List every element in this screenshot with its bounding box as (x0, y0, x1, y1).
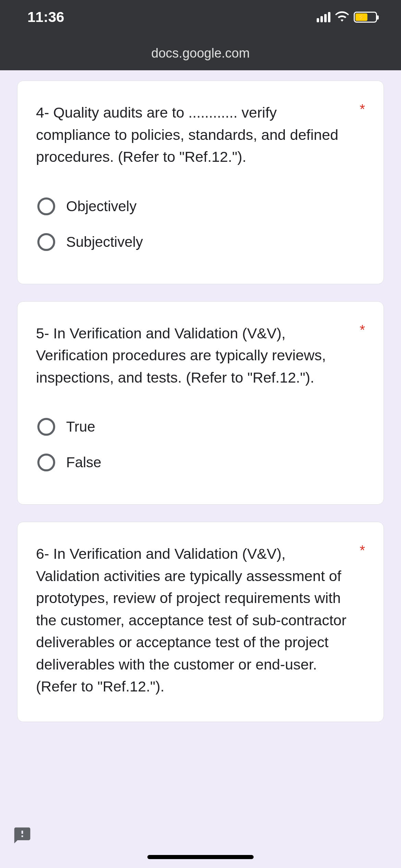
question-header: 6- In Verification and Validation (V&V),… (36, 543, 365, 698)
radio-option-subjectively[interactable]: Subjectively (37, 224, 365, 260)
question-card-4: 4- Quality audits are to ............ ve… (17, 81, 384, 284)
option-label: Subjectively (66, 234, 143, 250)
question-header: 5- In Verification and Validation (V&V),… (36, 322, 365, 389)
required-asterisk-icon: * (360, 543, 365, 558)
form-content: 4- Quality audits are to ............ ve… (0, 70, 401, 722)
status-time: 11:36 (27, 9, 64, 25)
question-text: 5- In Verification and Validation (V&V),… (36, 322, 360, 389)
wifi-icon (335, 11, 349, 23)
radio-unchecked-icon (37, 454, 55, 471)
required-asterisk-icon: * (360, 322, 365, 338)
home-indicator[interactable] (147, 855, 254, 859)
radio-option-true[interactable]: True (37, 409, 365, 445)
radio-option-objectively[interactable]: Objectively (37, 189, 365, 224)
required-asterisk-icon: * (360, 101, 365, 117)
battery-charging-icon: ⚡ (354, 12, 377, 23)
cellular-signal-icon (317, 12, 330, 22)
question-text: 6- In Verification and Validation (V&V),… (36, 543, 360, 698)
radio-unchecked-icon (37, 418, 55, 436)
url-domain: docs.google.com (151, 46, 250, 61)
status-bar: 11:36 ⚡ (0, 0, 401, 45)
option-label: Objectively (66, 198, 136, 215)
option-label: True (66, 419, 95, 435)
radio-option-false[interactable]: False (37, 445, 365, 480)
question-text: 4- Quality audits are to ............ ve… (36, 101, 360, 168)
question-header: 4- Quality audits are to ............ ve… (36, 101, 365, 168)
radio-unchecked-icon (37, 197, 55, 215)
question-card-5: 5- In Verification and Validation (V&V),… (17, 301, 384, 505)
question-card-6: 6- In Verification and Validation (V&V),… (17, 522, 384, 722)
option-label: False (66, 454, 101, 471)
browser-url-bar[interactable]: docs.google.com (0, 45, 401, 70)
radio-unchecked-icon (37, 233, 55, 251)
feedback-button[interactable] (10, 823, 34, 847)
status-icons: ⚡ (317, 11, 377, 23)
question-options: Objectively Subjectively (36, 189, 365, 260)
question-options: True False (36, 409, 365, 480)
